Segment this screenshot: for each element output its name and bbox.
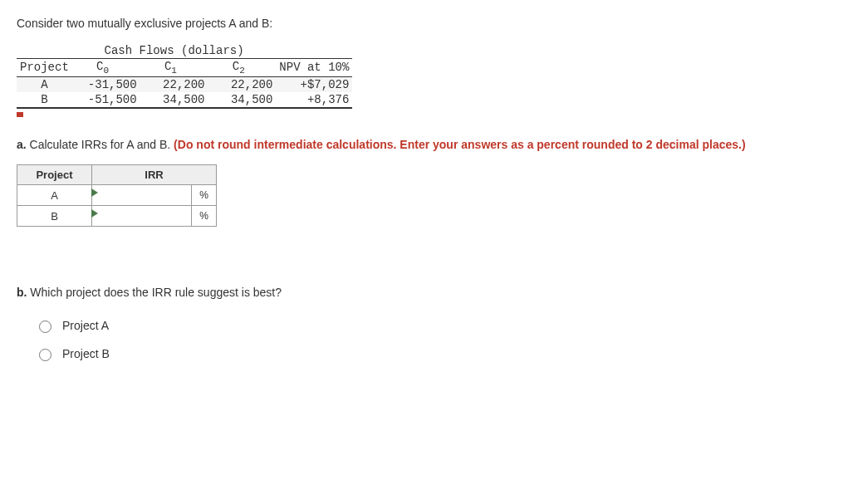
part-a-question: a. Calculate IRRs for A and B. (Do not r… [17,137,836,154]
irr-input-a[interactable] [92,185,191,205]
cash-flows-group-header: Cash Flows (dollars) [72,43,277,59]
irr-input-b[interactable] [92,206,191,226]
radio-option-project-a[interactable]: Project A [35,318,836,333]
table-row: A % [17,185,217,206]
radio-option-project-b[interactable]: Project B [35,346,836,361]
table-row: B % [17,206,217,227]
irr-answer-table: Project IRR A % B % [17,164,217,227]
col-npv: NPV at 10% [276,59,352,77]
resize-handle-icon[interactable] [17,112,23,117]
col-c2: C2 [208,59,277,77]
radio-project-b[interactable] [39,349,51,361]
radio-project-a[interactable] [39,321,51,333]
intro-text: Consider two mutually exclusive projects… [17,17,836,30]
radio-label: Project B [62,347,110,360]
col-project: Project [17,59,72,77]
part-b-question: b. Which project does the IRR rule sugge… [17,285,836,301]
table-row: A -31,500 22,200 22,200 +$7,029 [17,76,352,92]
col-c0: C0 [72,59,140,77]
answer-col-project: Project [17,165,92,185]
col-c1: C1 [140,59,208,77]
cash-flows-table: Cash Flows (dollars) Project C0 C1 C2 NP… [17,43,352,109]
table-row: B -51,500 34,500 34,500 +8,376 [17,92,352,108]
answer-col-irr: IRR [92,165,217,185]
radio-label: Project A [62,319,109,332]
part-b-options: Project A Project B [17,318,836,361]
